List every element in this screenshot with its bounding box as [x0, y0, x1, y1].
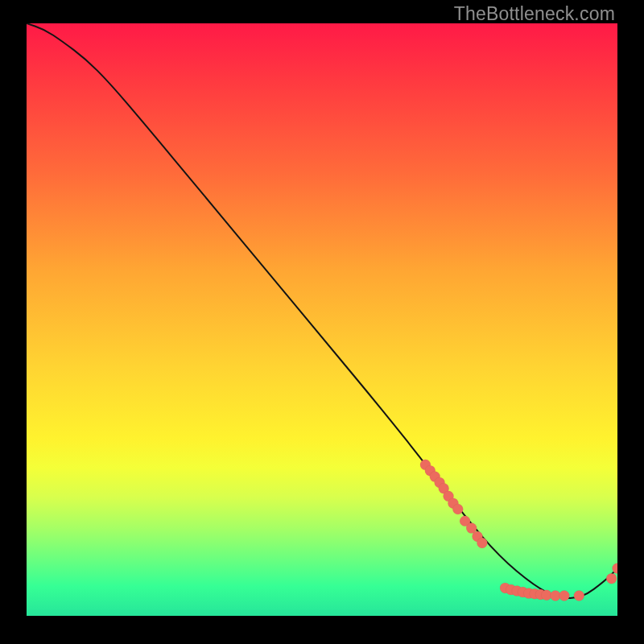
data-point [477, 538, 487, 548]
scatter-dots [420, 460, 617, 601]
chart-stage: TheBottleneck.com [0, 0, 644, 644]
data-point [550, 590, 560, 601]
data-point [518, 587, 528, 597]
data-point [530, 588, 540, 599]
chart-svg [27, 23, 617, 616]
data-point [473, 531, 483, 542]
data-point [460, 516, 470, 526]
data-point [535, 589, 546, 600]
data-point [452, 504, 463, 514]
data-point [606, 573, 617, 584]
data-point [439, 483, 449, 493]
data-point [512, 586, 522, 597]
data-point [448, 498, 458, 509]
data-point [466, 523, 477, 534]
data-point [541, 590, 551, 601]
data-point [500, 583, 510, 593]
data-point [523, 588, 534, 599]
bottleneck-curve [27, 23, 617, 598]
data-point [559, 590, 569, 601]
data-point [425, 465, 436, 476]
data-point [574, 590, 584, 601]
data-point [430, 472, 440, 482]
watermark-text: TheBottleneck.com [454, 3, 615, 25]
data-point [613, 564, 618, 574]
data-point [420, 460, 431, 470]
data-point [444, 491, 454, 502]
data-point [435, 477, 445, 488]
data-point [506, 584, 516, 595]
plot-area [27, 23, 617, 616]
